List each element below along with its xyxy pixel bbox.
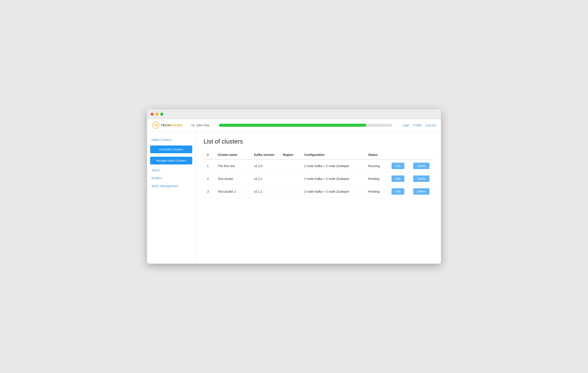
edit-button[interactable]: Edit <box>392 176 404 182</box>
cell-version: v2.1.1 <box>251 185 279 198</box>
app-window: TN TECHNAURA Hi, John Doe Login Profile … <box>147 109 441 264</box>
sidebar-item-kafka-clusters[interactable]: Kafka Clusters <box>147 136 195 144</box>
greeting-text: Hi, John Doe <box>192 124 210 127</box>
navbar: TN TECHNAURA Hi, John Doe Login Profile … <box>147 119 441 131</box>
delete-button[interactable]: Delete <box>413 176 430 182</box>
col-header-region: Region <box>279 150 301 159</box>
cell-num: 1 <box>203 159 214 172</box>
list-kafka-clusters-button[interactable]: List Kafka Clusters <box>150 145 192 153</box>
sidebar-item-sasl[interactable]: SASL Management <box>147 182 195 190</box>
cell-name: The first one <box>214 159 251 172</box>
cell-delete-action: Delete <box>408 172 433 185</box>
content-area: List of clusters # Cluster name Kafka ve… <box>196 131 441 264</box>
svg-text:TN: TN <box>154 124 158 127</box>
page-title: List of clusters <box>203 138 433 145</box>
main-layout: Kafka Clusters List Kafka Clusters Manag… <box>147 131 441 264</box>
col-header-edit <box>388 150 408 159</box>
cell-edit-action: Edit <box>388 172 408 185</box>
delete-button[interactable]: Delete <box>413 163 430 169</box>
cell-delete-action: Delete <box>408 185 433 198</box>
progress-bar-container <box>219 124 392 127</box>
table-row: 2 Test cluster v2.2.1 2 node Kafka + 3 n… <box>203 172 433 185</box>
titlebar <box>147 109 441 119</box>
cell-region <box>279 185 301 198</box>
cell-name: Test cluster <box>214 172 251 185</box>
cell-config: 2 node Kafka + 3 node Zookeper <box>301 185 365 198</box>
cluster-table: # Cluster name Kafka version Region Conf… <box>203 150 433 198</box>
cell-version: v2.2.0 <box>251 159 279 172</box>
col-header-name: Cluster name <box>214 150 251 159</box>
sidebar: Kafka Clusters List Kafka Clusters Manag… <box>147 131 196 264</box>
col-header-status: Status <box>365 150 388 159</box>
close-button[interactable] <box>151 113 154 116</box>
progress-bar-fill <box>219 124 366 127</box>
logo: TN TECHNAURA <box>152 122 183 129</box>
col-header-delete <box>408 150 433 159</box>
cell-name: Test cluster 2 <box>214 185 251 198</box>
cell-edit-action: Edit <box>388 185 408 198</box>
cell-edit-action: Edit <box>388 159 408 172</box>
cell-config: 2 node Kafka + 3 node Zookeper <box>301 172 365 185</box>
cell-version: v2.2.1 <box>251 172 279 185</box>
cell-delete-action: Delete <box>408 159 433 172</box>
sidebar-item-topics[interactable]: Topics <box>147 166 195 174</box>
cell-region <box>279 172 301 185</box>
login-link[interactable]: Login <box>402 124 410 127</box>
delete-button[interactable]: Delete <box>413 188 430 195</box>
minimize-button[interactable] <box>156 113 158 116</box>
edit-button[interactable]: Edit <box>392 163 404 169</box>
logo-icon: TN <box>152 122 159 129</box>
cell-status: Running <box>365 159 388 172</box>
cell-status: Pending <box>365 172 388 185</box>
profile-link[interactable]: Profile <box>413 124 422 127</box>
sidebar-item-brokers[interactable]: Brokers <box>147 174 195 182</box>
table-header-row: # Cluster name Kafka version Region Conf… <box>203 150 433 159</box>
cell-num: 3 <box>203 185 214 198</box>
logout-link[interactable]: Log out <box>425 124 436 127</box>
cell-region <box>279 159 301 172</box>
col-header-config: Configuration <box>301 150 365 159</box>
table-row: 1 The first one v2.2.0 2 node Kafka + 3 … <box>203 159 433 172</box>
cell-status: Pending <box>365 185 388 198</box>
cell-num: 2 <box>203 172 214 185</box>
col-header-num: # <box>203 150 214 159</box>
col-header-version: Kafka version <box>251 150 279 159</box>
maximize-button[interactable] <box>160 113 163 116</box>
cell-config: 2 node Kafka + 3 node Zookeper <box>301 159 365 172</box>
edit-button[interactable]: Edit <box>392 188 404 195</box>
logo-text: TECHNAURA <box>161 123 183 127</box>
table-row: 3 Test cluster 2 v2.1.1 2 node Kafka + 3… <box>203 185 433 198</box>
nav-links: Login Profile Log out <box>402 124 436 127</box>
manage-kafka-clusters-button[interactable]: Manage Kafka Clusters <box>150 157 192 165</box>
